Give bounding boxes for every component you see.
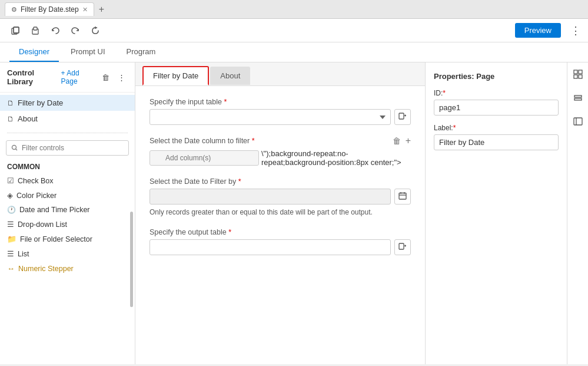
tab-designer[interactable]: Designer (9, 42, 59, 62)
filefoldersel-icon: 📁 (7, 235, 16, 243)
redo-button[interactable] (67, 23, 84, 38)
date-column-label: Select the Date column to filter * (150, 137, 255, 145)
scroll-handle (130, 212, 133, 307)
colorpicker-icon: ◈ (7, 191, 13, 200)
sidebar-more-button[interactable]: ⋮ (115, 72, 128, 83)
sidebar-actions: + Add Page 🗑 ⋮ (61, 69, 128, 85)
refresh-button[interactable] (87, 23, 104, 38)
date-column-field: Select the Date column to filter * 🗑 + \… (150, 136, 411, 167)
control-item-numericstepper[interactable]: ↔ Numeric Stepper (0, 261, 135, 276)
checkbox-icon: ☑ (7, 176, 14, 185)
sidebar-divider (7, 133, 128, 133)
svg-rect-4 (34, 27, 37, 30)
svg-rect-5 (399, 113, 404, 119)
date-column-actions: 🗑 + (393, 136, 411, 146)
svg-rect-1 (14, 27, 19, 33)
control-item-colorpicker[interactable]: ◈ Color Picker (0, 188, 135, 203)
prop-id-label: ID:* (434, 89, 559, 97)
input-table-field: Specify the input table * (150, 98, 411, 125)
svg-rect-21 (574, 118, 582, 125)
undo-button[interactable] (47, 23, 64, 38)
output-table-row (150, 239, 411, 255)
date-filter-field: Select the Date to Filter by * Only reco… (150, 177, 411, 217)
hint-text: Only records greater than or equal to th… (150, 207, 411, 217)
list-icon: ☰ (7, 249, 14, 258)
control-item-datetimepicker[interactable]: 🕐 Date and Time Picker (0, 203, 135, 217)
dropdown-icon: ☰ (7, 220, 14, 229)
main-area: Control Library + Add Page 🗑 ⋮ 🗋 Filter … (0, 62, 588, 364)
svg-rect-8 (399, 193, 406, 200)
close-tab-button[interactable]: ✕ (82, 6, 88, 14)
prop-label-input[interactable] (434, 134, 559, 150)
copy-button[interactable] (7, 23, 24, 38)
sidebar-header: Control Library + Add Page 🗑 ⋮ (0, 62, 135, 93)
input-table-icon-btn[interactable] (394, 109, 411, 125)
toolbar: Preview ⋮ (0, 19, 588, 42)
tab-bar: Designer Prompt UI Program (0, 42, 588, 62)
title-bar: ⚙ Filter By Date.step ✕ + (0, 0, 588, 19)
page-tab-filter-by-date[interactable]: Filter by Date (142, 66, 209, 85)
layers-icon[interactable] (571, 91, 585, 107)
input-table-row (150, 109, 411, 125)
date-filter-input[interactable] (150, 189, 391, 205)
control-item-filefoldersel[interactable]: 📁 File or Folder Selector (0, 232, 135, 246)
output-table-field: Specify the output table * (150, 228, 411, 255)
tab-prompt-ui[interactable]: Prompt UI (61, 42, 115, 62)
date-input-row (150, 189, 411, 205)
add-tab-button[interactable]: + (97, 4, 107, 15)
add-columns-input[interactable] (150, 150, 259, 166)
add-page-button[interactable]: + Add Page (61, 69, 96, 85)
center-panel: Filter by Date About Specify the input t… (135, 62, 426, 364)
grid-icon[interactable] (571, 67, 585, 84)
calendar-button[interactable] (394, 189, 411, 205)
page-tabs: Filter by Date About (135, 62, 425, 86)
prop-id-field: ID:* (434, 89, 559, 116)
filter-controls-wrap (0, 137, 135, 159)
datetimepicker-icon: 🕐 (7, 206, 16, 214)
properties-panel: Properties: Page ID:* Label:* (426, 62, 567, 364)
svg-rect-15 (574, 70, 577, 74)
control-label-numericstepper: Numeric Stepper (18, 265, 74, 273)
page-item-filter-by-date[interactable]: 🗋 Filter by Date (0, 95, 135, 111)
svg-rect-12 (399, 243, 404, 249)
svg-rect-18 (579, 75, 582, 78)
output-table-input[interactable] (150, 239, 391, 255)
output-table-icon-btn[interactable] (394, 239, 411, 255)
properties-title: Properties: Page (434, 72, 559, 81)
toolbar-left (7, 23, 104, 38)
control-item-checkbox[interactable]: ☑ Check Box (0, 173, 135, 188)
file-tab[interactable]: ⚙ Filter By Date.step ✕ (5, 2, 94, 16)
control-label-dropdown: Drop-down List (18, 220, 67, 229)
page-icon-filter: 🗋 (7, 99, 14, 107)
page-tab-about[interactable]: About (210, 67, 250, 85)
control-section-title: COMMON (0, 159, 135, 173)
svg-rect-16 (579, 70, 582, 74)
panel-icon[interactable] (571, 114, 585, 131)
svg-rect-17 (574, 75, 577, 78)
page-list: 🗋 Filter by Date 🗋 About (0, 93, 135, 129)
delete-page-button[interactable]: 🗑 (99, 72, 112, 83)
delete-column-button[interactable]: 🗑 (393, 136, 401, 146)
right-sidebar (567, 62, 588, 364)
prop-id-input[interactable] (434, 100, 559, 116)
control-label-datetimepicker: Date and Time Picker (19, 206, 90, 214)
control-label-list: List (18, 250, 29, 258)
page-label-filter: Filter by Date (18, 98, 63, 107)
input-table-label: Specify the input table * (150, 98, 411, 106)
svg-rect-19 (574, 95, 582, 97)
paste-button[interactable] (27, 23, 44, 38)
sidebar-title: Control Library (7, 68, 61, 86)
toolbar-more-button[interactable]: ⋮ (570, 24, 581, 37)
add-column-button[interactable]: + (406, 136, 411, 146)
sidebar: Control Library + Add Page 🗑 ⋮ 🗋 Filter … (0, 62, 135, 364)
input-table-select[interactable] (150, 109, 391, 125)
tab-program[interactable]: Program (117, 42, 165, 62)
filter-controls-input[interactable] (6, 140, 129, 156)
control-label-filefoldersel: File or Folder Selector (20, 235, 92, 243)
control-item-dropdown[interactable]: ☰ Drop-down List (0, 217, 135, 232)
control-label-checkbox: Check Box (18, 177, 53, 185)
preview-button[interactable]: Preview (515, 23, 561, 38)
control-item-list[interactable]: ☰ List (0, 246, 135, 261)
output-table-label: Specify the output table * (150, 228, 411, 236)
page-item-about[interactable]: 🗋 About (0, 111, 135, 127)
